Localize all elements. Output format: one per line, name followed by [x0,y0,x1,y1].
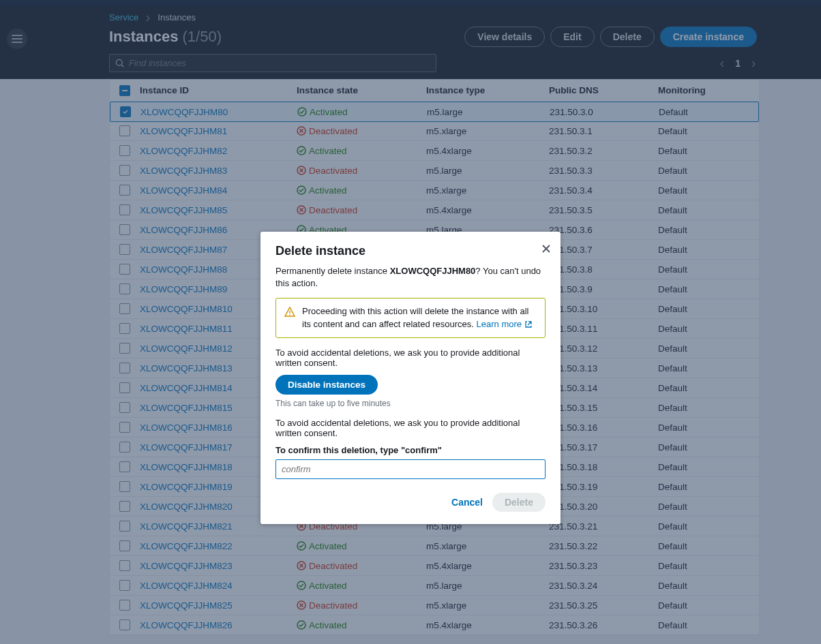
disable-note: This can take up to five minutes [275,399,546,408]
consent-text-2: To avoid accidental deletions, we ask yo… [275,418,546,438]
consent-text-1: To avoid accidental deletions, we ask yo… [275,348,546,368]
modal-body-text: Permanently delete instance XLOWCQQFJJHM… [275,265,546,290]
confirm-delete-button: Delete [492,493,546,512]
warning-icon [284,305,295,330]
external-link-icon [524,320,533,328]
svg-point-30 [289,314,290,316]
cancel-button[interactable]: Cancel [451,497,483,508]
learn-more-link[interactable]: Learn more [477,319,533,329]
confirm-input[interactable] [275,459,546,479]
modal-title: Delete instance [275,244,546,258]
confirm-label: To confirm this deletion, type "confirm" [275,445,546,455]
disable-instances-button[interactable]: Disable instances [275,375,378,395]
delete-instance-modal: Delete instance Permanently delete insta… [260,232,561,524]
close-icon[interactable] [541,241,551,256]
warning-alert: Proceeding with this action will delete … [275,298,546,337]
